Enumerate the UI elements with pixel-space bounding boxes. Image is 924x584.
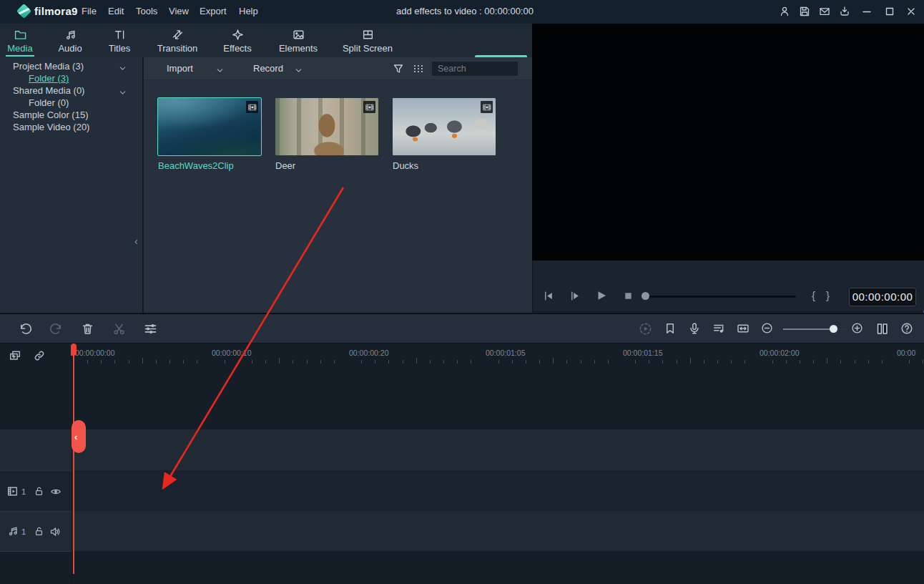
media-item-deer[interactable]: Deer [275,98,378,171]
tab-audio[interactable]: Audio [54,24,86,57]
preview-screen[interactable] [532,24,924,261]
track-header-divider [72,344,72,584]
minimize-button[interactable] [861,6,873,17]
split-scissors-icon[interactable] [112,322,126,336]
video-track-lock-icon[interactable] [34,486,44,497]
import-button[interactable]: Import [167,63,193,74]
zoom-to-fit-icon[interactable] [737,322,749,335]
titles-text-icon [114,29,126,42]
app-logo: filmora9 [19,5,78,17]
media-item-beachwaves[interactable]: BeachWaves2Clip [158,98,261,171]
preview-controls: { } 00:00:00:00 [532,261,924,311]
redo-icon[interactable] [49,322,63,336]
film-clip-badge-icon [246,101,258,113]
app-window: filmora9 File Edit Tools View Export Hel… [0,0,924,584]
video-track-eye-icon[interactable] [50,486,62,497]
menu-file[interactable]: File [82,6,97,16]
ruler-label: 00:00:00:20 [349,349,388,357]
sidebar-item-project-media[interactable]: Project Media (3) [0,60,143,72]
maximize-button[interactable] [884,6,895,17]
media-item-ducks[interactable]: Ducks [393,98,496,171]
sidebar-item-shared-media[interactable]: Shared Media (0) [0,84,143,97]
sidebar-item-folder-3[interactable]: Folder (3) [0,72,143,84]
previous-frame-button[interactable] [542,290,554,302]
track-view-bars-icon[interactable] [875,322,889,336]
audio-mixer-icon[interactable] [712,322,725,335]
video-track-icon [6,485,19,497]
save-icon[interactable] [799,6,810,17]
elements-picture-icon [293,29,305,42]
seek-bar[interactable] [644,296,796,298]
mail-icon[interactable] [819,6,830,17]
title-bar: filmora9 File Edit Tools View Export Hel… [0,0,924,24]
audio-track-lane[interactable] [0,511,924,551]
logo-text: filmora9 [34,5,78,17]
mark-out-button[interactable]: } [826,289,830,301]
playhead-line[interactable] [73,344,74,574]
tab-elements[interactable]: Elements [277,24,319,57]
play-button[interactable] [595,289,608,302]
playhead-head[interactable] [71,344,77,356]
ruler-label: 00:00:00:10 [212,349,251,357]
menu-view[interactable]: View [169,6,189,16]
tab-effects[interactable]: Effects [220,24,255,57]
account-icon[interactable] [779,6,790,17]
voiceover-mic-icon[interactable] [688,322,701,335]
film-clip-badge-icon [481,101,493,113]
add-track-icon[interactable] [9,349,21,362]
zoom-out-icon[interactable] [761,322,773,334]
close-button[interactable] [905,6,917,17]
menu-export[interactable]: Export [200,6,227,16]
link-icon[interactable] [33,349,46,362]
effects-star-icon [232,29,244,42]
download-icon[interactable] [839,6,850,17]
grid-view-icon[interactable] [413,63,424,74]
sidebar-item-sample-color[interactable]: Sample Color (15) [0,109,143,121]
undo-icon[interactable] [19,322,32,336]
stop-button[interactable] [623,291,634,301]
transition-arrows-icon [172,29,184,42]
tab-media[interactable]: Media [6,24,34,57]
media-thumbnail[interactable] [158,98,261,155]
tab-split-screen[interactable]: Split Screen [340,24,395,57]
timecode-display: 00:00:00:00 [849,288,916,306]
record-chevron-icon[interactable] [294,66,303,75]
audio-track-number: 1 [21,527,26,536]
video-track-number: 1 [21,487,26,496]
seek-handle[interactable] [642,292,649,300]
filmora-logo-icon [16,4,31,19]
delete-trash-icon[interactable] [81,322,94,336]
filter-icon[interactable] [393,63,404,74]
audio-track-lock-icon[interactable] [34,526,44,537]
sidebar-collapse-chevron[interactable]: ‹ [134,235,138,247]
media-item-name: BeachWaves2Clip [158,160,261,171]
help-icon[interactable] [900,322,913,335]
timeline-toolbar [0,313,924,344]
media-folder-icon [14,29,26,42]
tab-transition[interactable]: Transition [154,24,200,57]
zoom-in-icon[interactable] [851,322,863,334]
marker-icon[interactable] [664,322,677,335]
adjust-sliders-icon[interactable] [144,322,157,336]
timeline-zoom-handle[interactable] [830,325,837,333]
timeline-empty-band[interactable] [0,429,924,470]
mark-in-button[interactable]: { [812,289,815,301]
audio-track-note-icon [7,525,19,537]
sidebar-item-sample-video[interactable]: Sample Video (20) [0,121,143,133]
record-button[interactable]: Record [253,63,283,74]
playhead-grip[interactable]: ‹ [72,420,86,453]
next-frame-button[interactable] [569,290,581,302]
media-thumbnail[interactable] [393,98,496,155]
import-chevron-icon[interactable] [215,66,225,75]
video-track-lane[interactable] [0,470,924,511]
menu-edit[interactable]: Edit [108,6,124,16]
menu-tools[interactable]: Tools [136,6,157,16]
audio-track-mute-speaker-icon[interactable] [49,526,61,537]
ruler-label: 00:00:02:00 [760,349,799,357]
media-thumbnail[interactable] [275,98,378,155]
sidebar-item-folder-0[interactable]: Folder (0) [0,97,143,109]
timeline-zoom-slider[interactable] [783,328,833,330]
timeline-ruler[interactable]: 00:00:00:00 00:00:00:10 00:00:00:20 00:0… [72,344,924,366]
render-preview-icon[interactable] [639,322,652,336]
tab-titles[interactable]: Titles [104,24,134,57]
